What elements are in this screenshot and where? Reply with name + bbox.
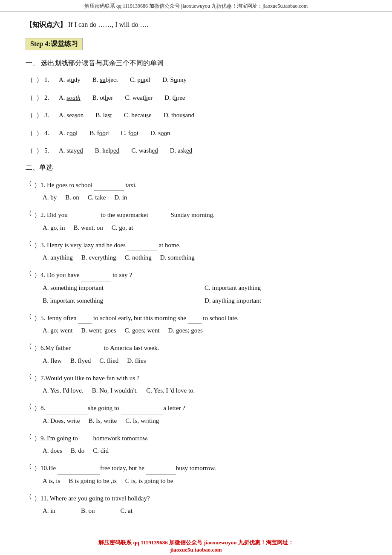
- s2q4-content: ）4. Do you have to say ? A. something im…: [34, 269, 366, 307]
- s2q11-paren-open: （: [26, 492, 32, 500]
- table-row: （ ） 1. A. study B. subject C. pupil D. S…: [26, 75, 366, 86]
- s2q3-options: A. anything B. everything C. nothing D. …: [43, 251, 366, 264]
- s2q6-content: ）6.My father to America last week. A. fl…: [34, 342, 366, 367]
- s2q7-content: ）7.Would you like to have fun with us ? …: [34, 372, 366, 397]
- knowledge-bracket: 【知识点六】: [26, 21, 66, 28]
- list-item: A. Does, write: [43, 414, 80, 427]
- table-row: （ ）10.He free today, but he busy tomorro…: [26, 462, 366, 487]
- section1-questions: （ ） 1. A. study B. subject C. pupil D. S…: [26, 75, 366, 156]
- q2-optC: C. weather: [125, 92, 153, 104]
- list-item: D. anything important: [205, 294, 366, 307]
- q1-optC: C. pupil: [130, 75, 150, 86]
- list-item: B. Is, write: [88, 414, 117, 427]
- q4-paren: （: [26, 128, 34, 139]
- step-title: Step 4:课堂练习: [26, 38, 83, 50]
- s2q9-paren-open: （: [26, 432, 32, 440]
- list-item: A. something important: [43, 281, 205, 294]
- list-item: B. went; goes: [81, 324, 116, 337]
- list-item: A is, is: [43, 474, 60, 487]
- q4-optA: A. cool: [59, 128, 78, 139]
- table-row: （ ） 5. A. stayed B. helped C. washed D. …: [26, 145, 366, 156]
- table-row: （ ）7.Would you like to have fun with us …: [26, 372, 366, 397]
- q1-optD: D. Sunny: [162, 75, 187, 86]
- q2-optB: B. other: [92, 92, 113, 104]
- q4-optC: C. foot: [121, 128, 138, 139]
- list-item: A. by: [43, 191, 57, 204]
- q3-num: 3.: [44, 110, 57, 121]
- list-item: B. do: [71, 444, 85, 457]
- list-item: C. go, at: [112, 221, 133, 234]
- list-item: A. anything: [43, 251, 73, 264]
- s2q5-paren-open: （: [26, 312, 32, 320]
- bottom-bar-text1: 解压密码联系 qq 1119139686 加微信公众号 jiaoxuewuyou…: [98, 539, 294, 546]
- list-item: B. went, on: [74, 221, 103, 234]
- s2q5-options: A. go; went B. went; goes C. goes; went …: [43, 324, 366, 337]
- list-item: B. everything: [81, 251, 116, 264]
- q5-paren2: ）: [35, 145, 43, 156]
- q3-optB: B. last: [95, 110, 112, 121]
- list-item: C. important anything: [205, 281, 366, 294]
- list-item: A. flew: [43, 354, 62, 367]
- q1-optA: A. study: [59, 75, 81, 86]
- s2q8-paren-open: （: [26, 402, 32, 410]
- q5-optB: B. helped: [95, 145, 120, 156]
- q5-paren: （: [26, 145, 34, 156]
- q2-options: A. south B. other C. weather D. three: [59, 92, 185, 104]
- list-item: C. nothing: [124, 251, 151, 264]
- s2q2-content: ）2. Did you to the supermarket Sunday mo…: [34, 209, 366, 234]
- table-row: （ ）9. I'm going to homework tomorrow. A.…: [26, 432, 366, 457]
- q1-num: 1.: [44, 75, 57, 86]
- q3-paren: （: [26, 110, 34, 121]
- q2-optA: A. south: [59, 92, 81, 104]
- list-item: A. in: [43, 504, 55, 517]
- s2q1-options: A. by B. on C. take D. in: [43, 191, 366, 204]
- q2-num: 2.: [44, 92, 57, 104]
- q3-optC: C. because: [124, 110, 152, 121]
- q2-paren2: ）: [35, 92, 43, 104]
- top-bar-text: 解压密码联系 qq 1119139686 加微信公众号 jiaoxuewuyou…: [84, 3, 308, 9]
- s2q10-options: A is, is B is going to be ,is C is, is g…: [43, 474, 366, 487]
- s2q4-text: ）4. Do you have to say ?: [34, 269, 366, 281]
- q4-optB: B. food: [89, 128, 109, 139]
- s2q5-text: ）5. Jenny often to school early, but thi…: [34, 312, 366, 324]
- s2q2-text: ）2. Did you to the supermarket Sunday mo…: [34, 209, 366, 221]
- list-item: D. goes; goes: [168, 324, 203, 337]
- q1-optB: B. subject: [92, 75, 118, 86]
- list-item: D. something: [160, 251, 195, 264]
- q5-options: A. stayed B. helped C. washed D. asked: [59, 145, 192, 156]
- list-item: A. go, in: [43, 221, 65, 234]
- s2q6-options: A. flew B. flyed C. flied D. flies: [43, 354, 366, 367]
- q5-optA: A. stayed: [59, 145, 83, 156]
- s2q8-options: A. Does, write B. Is, write C. Is, writi…: [43, 414, 366, 427]
- s2q1-content: ）1. He goes to school taxi. A. by B. on …: [34, 179, 366, 204]
- s2q9-options: A. does B. do C. did: [43, 444, 366, 457]
- table-row: （ ）5. Jenny often to school early, but t…: [26, 312, 366, 337]
- list-item: C. flied: [99, 354, 118, 367]
- bottom-bar: 解压密码联系 qq 1119139686 加微信公众号 jiaoxuewuyou…: [0, 536, 392, 555]
- q3-optA: A. season: [59, 110, 84, 121]
- q3-options: A. season B. last C. because D. thousand: [59, 110, 194, 121]
- s2q8-content: ）8.she going to a letter ? A. Does, writ…: [34, 402, 366, 427]
- q4-options: A. cool B. food C. foot D. soon: [59, 128, 170, 139]
- s2q3-paren-open: （: [26, 239, 32, 247]
- q5-optC: C. washed: [131, 145, 158, 156]
- s2q5-content: ）5. Jenny often to school early, but thi…: [34, 312, 366, 337]
- s2q11-content: ）11. Where are you going to travel holid…: [34, 492, 366, 517]
- bottom-bar-text2: jiaoxue5u.taobao.com: [170, 546, 222, 553]
- s2q9-content: ）9. I'm going to homework tomorrow. A. d…: [34, 432, 366, 457]
- s2q4-options: A. something important C. important anyt…: [43, 281, 366, 307]
- s2q2-options: A. go, in B. went, on C. go, at: [43, 221, 366, 234]
- s2q6-text: ）6.My father to America last week.: [34, 342, 366, 354]
- s2q10-content: ）10.He free today, but he busy tomorrow.…: [34, 462, 366, 487]
- q3-paren2: ）: [35, 110, 43, 121]
- list-item: C. take: [88, 191, 106, 204]
- q1-paren: （: [26, 75, 34, 86]
- list-item: B. flyed: [70, 354, 91, 367]
- table-row: （ ）8.she going to a letter ? A. Does, wr…: [26, 402, 366, 427]
- q1-options: A. study B. subject C. pupil D. Sunny: [59, 75, 187, 86]
- list-item: C is, is going to be: [125, 474, 173, 487]
- list-item: B. No, I wouldn't.: [92, 384, 138, 397]
- q5-num: 5.: [44, 145, 57, 156]
- table-row: （ ）1. He goes to school taxi. A. by B. o…: [26, 179, 366, 204]
- s2q11-text: ）11. Where are you going to travel holid…: [34, 492, 366, 505]
